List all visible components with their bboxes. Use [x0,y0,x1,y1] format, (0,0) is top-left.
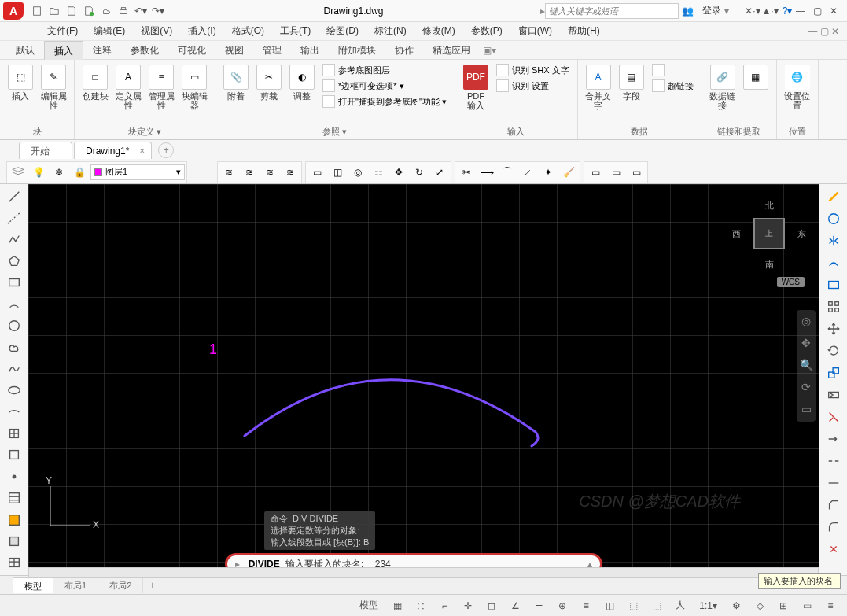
status-custom[interactable]: ≡ [820,597,841,614]
qat-undo[interactable]: ↶▾ [133,3,149,19]
btn-hyperlink[interactable]: 超链接 [649,79,697,93]
tb-trim[interactable]: ✂ [457,164,476,181]
link-shxtext[interactable]: 识别 SHX 文字 [493,63,573,77]
tb-rotate[interactable]: ↻ [410,164,429,181]
btn-mgrattr[interactable]: ≡管理属性 [145,63,177,112]
status-qprop[interactable]: ⬚ [623,597,643,614]
tb-extend[interactable]: ⟶ [477,164,496,181]
status-polar[interactable]: ✛ [458,597,478,614]
tb-misc1[interactable]: ▭ [586,164,605,181]
rtab-insert[interactable]: 插入 [44,41,83,60]
btn-extract[interactable]: ▦ [740,63,772,91]
rtab-collab[interactable]: 协作 [385,41,423,60]
btn-adjust[interactable]: ◐调整 [286,63,318,102]
btn-editattr[interactable]: ✎编辑属性 [38,63,69,112]
btn-attach[interactable]: 📎附着 [220,63,252,102]
tool-spline[interactable] [3,360,25,378]
link-underlaylyr[interactable]: 参考底图图层 [319,63,450,77]
wcs-badge[interactable]: WCS [777,277,805,287]
layer-dropdown[interactable]: 图层1▾ [90,164,185,180]
rtab-featured[interactable]: 精选应用 [423,41,480,60]
status-lwt[interactable]: ≡ [576,597,596,614]
btn-blockedit[interactable]: ▭块编辑器 [179,63,210,112]
tb-mirror[interactable]: ◫ [328,164,347,181]
qat-new[interactable] [29,3,45,19]
menu-edit[interactable]: 编辑(E) [86,24,133,38]
qat-save[interactable] [64,3,79,19]
qat-redo[interactable]: ↷▾ [150,3,166,19]
rtab-default[interactable]: 默认 [6,41,44,60]
tb-chamfer[interactable]: ⟋ [518,164,537,181]
menu-format[interactable]: 格式(O) [224,24,272,38]
tool-ellipsearc[interactable] [3,403,25,421]
status-clean[interactable]: ▭ [797,597,817,614]
tb-layerlock[interactable]: 🔒 [70,164,89,181]
rtool-trim[interactable] [823,408,845,426]
tool-region[interactable] [3,532,25,550]
ltab-layout1[interactable]: 布局1 [53,577,98,593]
tool-rect[interactable] [3,274,25,292]
login-button[interactable]: 登录 [702,4,721,17]
rtool-move[interactable] [823,319,845,338]
tool-circle[interactable] [3,316,25,334]
minimize-button[interactable]: — [796,6,805,17]
btn-defattr[interactable]: A定义属性 [112,63,144,112]
tb-layerprev[interactable]: ≋ [240,164,259,181]
rtool-chamfer[interactable] [823,496,845,515]
rtab-manage[interactable]: 管理 [253,41,291,60]
doc-tab-start[interactable]: 开始 [19,142,72,159]
tb-explode[interactable]: ✦ [539,164,558,181]
link-snapunder[interactable]: 打开"捕捉到参考底图"功能 ▾ [319,94,450,109]
rtool-stretch[interactable] [823,385,845,404]
tb-layerprops[interactable] [9,164,28,181]
canvas[interactable]: 1 Y X 北 南 东 西 上 WCS ◎ ✥ 🔍 ⟳ ▭ 命令: DIV DI… [28,184,819,575]
menu-window[interactable]: 窗口(W) [510,24,560,38]
ltab-model[interactable]: 模型 [13,577,53,593]
rtool-circle[interactable] [823,209,845,228]
close-icon[interactable]: × [139,142,145,160]
tool-xline[interactable] [3,208,25,227]
ribbon-expand[interactable]: ▣▾ [483,45,496,56]
menu-modify[interactable]: 修改(M) [414,24,463,38]
close-button[interactable]: ✕ [830,6,838,17]
rtool-explode[interactable] [823,540,845,559]
status-model[interactable]: 模型 [354,597,384,614]
status-snap[interactable]: ⸬ [411,597,431,614]
rtool-fillet[interactable] [823,518,845,537]
status-tpy[interactable]: ◫ [599,597,620,614]
menu-file[interactable]: 文件(F) [39,24,86,38]
status-iso[interactable]: ◇ [749,597,770,614]
tb-copy[interactable]: ▭ [307,164,326,181]
scrollbar-h[interactable] [28,567,819,578]
tb-offset[interactable]: ◎ [348,164,367,181]
status-scale[interactable]: 1:1▾ [694,597,723,614]
tb-move[interactable]: ✥ [389,164,408,181]
status-ortho[interactable]: ⌐ [434,597,455,614]
rtool-extend[interactable] [823,430,845,448]
status-grid[interactable]: ▦ [387,597,407,614]
tb-layeruniso[interactable]: ≋ [281,164,300,181]
menu-param[interactable]: 参数(P) [463,24,510,38]
tool-gradient[interactable] [3,511,25,529]
menu-insert[interactable]: 插入(I) [180,24,223,38]
rtab-visualize[interactable]: 可视化 [168,41,215,60]
ltab-layout2[interactable]: 布局2 [98,577,143,593]
menu-view[interactable]: 视图(V) [133,24,180,38]
nav-bar[interactable]: ◎ ✥ 🔍 ⟳ ▭ [797,310,816,422]
menu-draw[interactable]: 绘图(D) [319,24,366,38]
status-selcycle[interactable]: ⬚ [646,597,667,614]
tool-line[interactable] [3,187,25,205]
btn-insert[interactable]: ⬚插入 [5,63,36,102]
exchange-icon[interactable]: ✕·▾ [745,3,760,19]
tb-array[interactable]: ⚏ [369,164,388,181]
tb-scale[interactable]: ⤢ [430,164,449,181]
btn-datalink[interactable]: 🔗数据链接 [707,63,738,112]
tool-arc[interactable] [3,295,25,313]
tool-ellipse[interactable] [3,382,25,400]
rtab-view[interactable]: 视图 [215,41,253,60]
rtool-array[interactable] [823,297,845,316]
status-dyn[interactable]: ⊕ [552,597,573,614]
maximize-button[interactable]: ▢ [813,6,822,17]
status-anno[interactable]: 人 [670,597,690,614]
help-icon[interactable]: ?▾ [779,3,795,19]
